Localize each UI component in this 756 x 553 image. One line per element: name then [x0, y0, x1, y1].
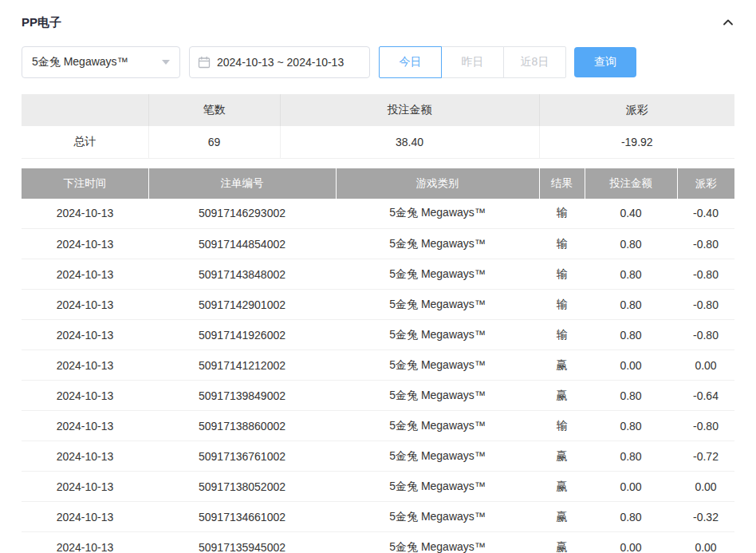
bet-amount: 0.80: [585, 441, 677, 472]
bet-amount: 0.80: [585, 320, 677, 350]
bet-payout: -0.72: [677, 441, 734, 472]
bet-order-id: 50917144854002: [148, 229, 336, 259]
bet-payout: -0.80: [677, 229, 734, 259]
bet-game: 5金兔 Megaways™: [336, 320, 539, 350]
search-button[interactable]: 查询: [574, 47, 636, 77]
bets-header-game: 游戏类别: [336, 168, 539, 199]
bet-order-id: 50917146293002: [148, 199, 336, 229]
caret-down-icon: [162, 60, 170, 65]
bet-row: 2024-10-13 50917141212002 5金兔 Megaways™ …: [22, 350, 734, 381]
bet-amount: 0.00: [585, 532, 677, 553]
bet-row: 2024-10-13 50917135945002 5金兔 Megaways™ …: [22, 532, 734, 553]
date-range-value: 2024-10-13 ~ 2024-10-13: [217, 56, 344, 69]
pp-electronic-panel: PP电子 5金兔 Megaways™ 2024-10-13 ~ 2024-10-…: [0, 5, 756, 553]
summary-table: 笔数 投注金额 派彩 总计 69 38.40 -19.92: [22, 94, 734, 159]
bet-result: 输: [539, 320, 585, 350]
bet-result: 输: [539, 259, 585, 290]
bet-amount: 0.80: [585, 290, 677, 320]
bet-date: 2024-10-13: [22, 381, 148, 411]
bet-order-id: 50917142901002: [148, 290, 336, 320]
bet-payout: 0.00: [677, 532, 734, 553]
bet-order-id: 50917141926002: [148, 320, 336, 350]
bet-date: 2024-10-13: [22, 320, 148, 350]
chevron-up-icon[interactable]: [722, 16, 734, 29]
bet-game: 5金兔 Megaways™: [336, 259, 539, 290]
bet-game: 5金兔 Megaways™: [336, 411, 539, 441]
bet-payout: -0.32: [677, 502, 734, 532]
bet-row: 2024-10-13 50917141926002 5金兔 Megaways™ …: [22, 320, 734, 350]
bet-result: 输: [539, 199, 585, 229]
quick-filter-last8days[interactable]: 近8日: [503, 46, 566, 78]
bets-header-result: 结果: [539, 168, 585, 199]
summary-count-value: 69: [148, 126, 280, 158]
bet-result: 赢: [539, 381, 585, 411]
bet-date: 2024-10-13: [22, 199, 148, 229]
quick-filter-yesterday[interactable]: 昨日: [441, 46, 504, 78]
calendar-icon: [198, 56, 211, 69]
bet-payout: -0.80: [677, 259, 734, 290]
bet-game: 5金兔 Megaways™: [336, 381, 539, 411]
bet-game: 5金兔 Megaways™: [336, 290, 539, 320]
bets-table: 下注时间 注单编号 游戏类别 结果 投注金额 派彩 2024-10-13 509…: [22, 168, 734, 553]
bet-row: 2024-10-13 50917138052002 5金兔 Megaways™ …: [22, 472, 734, 502]
bet-date: 2024-10-13: [22, 411, 148, 441]
summary-header-count: 笔数: [148, 94, 280, 126]
bet-amount: 0.80: [585, 502, 677, 532]
bets-header-order-id: 注单编号: [148, 168, 336, 199]
quick-filter-group: 今日 昨日 近8日: [379, 46, 566, 78]
bet-amount: 0.40: [585, 199, 677, 229]
bet-row: 2024-10-13 50917139849002 5金兔 Megaways™ …: [22, 381, 734, 411]
summary-header-payout: 派彩: [539, 94, 734, 126]
bet-payout: -0.40: [677, 199, 734, 229]
date-range-input[interactable]: 2024-10-13 ~ 2024-10-13: [189, 46, 370, 78]
bet-amount: 0.80: [585, 259, 677, 290]
bet-row: 2024-10-13 50917138860002 5金兔 Megaways™ …: [22, 411, 734, 441]
game-select[interactable]: 5金兔 Megaways™: [22, 46, 180, 78]
bet-result: 输: [539, 411, 585, 441]
bet-amount: 0.80: [585, 381, 677, 411]
summary-payout-value: -19.92: [539, 126, 734, 158]
summary-header-empty: [22, 94, 148, 126]
summary-header-bet-amount: 投注金额: [280, 94, 539, 126]
bet-date: 2024-10-13: [22, 259, 148, 290]
bet-date: 2024-10-13: [22, 532, 148, 553]
summary-total-label: 总计: [22, 126, 148, 158]
bet-game: 5金兔 Megaways™: [336, 502, 539, 532]
bet-amount: 0.80: [585, 411, 677, 441]
bet-date: 2024-10-13: [22, 290, 148, 320]
bet-payout: -0.64: [677, 381, 734, 411]
bet-amount: 0.00: [585, 350, 677, 381]
bet-order-id: 50917138052002: [148, 472, 336, 502]
bet-row: 2024-10-13 50917146293002 5金兔 Megaways™ …: [22, 199, 734, 229]
bet-row: 2024-10-13 50917144854002 5金兔 Megaways™ …: [22, 229, 734, 259]
summary-total-row: 总计 69 38.40 -19.92: [22, 126, 734, 158]
bet-game: 5金兔 Megaways™: [336, 532, 539, 553]
bet-game: 5金兔 Megaways™: [336, 472, 539, 502]
bet-row: 2024-10-13 50917136761002 5金兔 Megaways™ …: [22, 441, 734, 472]
quick-filter-today[interactable]: 今日: [379, 46, 442, 78]
bet-game: 5金兔 Megaways™: [336, 199, 539, 229]
bet-date: 2024-10-13: [22, 441, 148, 472]
bets-header-date: 下注时间: [22, 168, 148, 199]
bet-order-id: 50917135945002: [148, 532, 336, 553]
bet-result: 赢: [539, 350, 585, 381]
bet-order-id: 50917143848002: [148, 259, 336, 290]
bet-result: 输: [539, 229, 585, 259]
bet-row: 2024-10-13 50917134661002 5金兔 Megaways™ …: [22, 502, 734, 532]
bet-result: 赢: [539, 441, 585, 472]
bet-date: 2024-10-13: [22, 350, 148, 381]
bet-result: 赢: [539, 502, 585, 532]
bet-result: 赢: [539, 472, 585, 502]
bet-result: 赢: [539, 532, 585, 553]
bet-order-id: 50917141212002: [148, 350, 336, 381]
bet-date: 2024-10-13: [22, 502, 148, 532]
bet-amount: 0.00: [585, 472, 677, 502]
panel-header: PP电子: [22, 5, 734, 40]
game-select-value: 5金兔 Megaways™: [32, 55, 128, 69]
filter-row: 5金兔 Megaways™ 2024-10-13 ~ 2024-10-13 今日…: [22, 46, 734, 78]
bet-amount: 0.80: [585, 229, 677, 259]
bet-order-id: 50917139849002: [148, 381, 336, 411]
bet-payout: 0.00: [677, 472, 734, 502]
bet-payout: -0.80: [677, 320, 734, 350]
summary-bet-amount-value: 38.40: [280, 126, 539, 158]
